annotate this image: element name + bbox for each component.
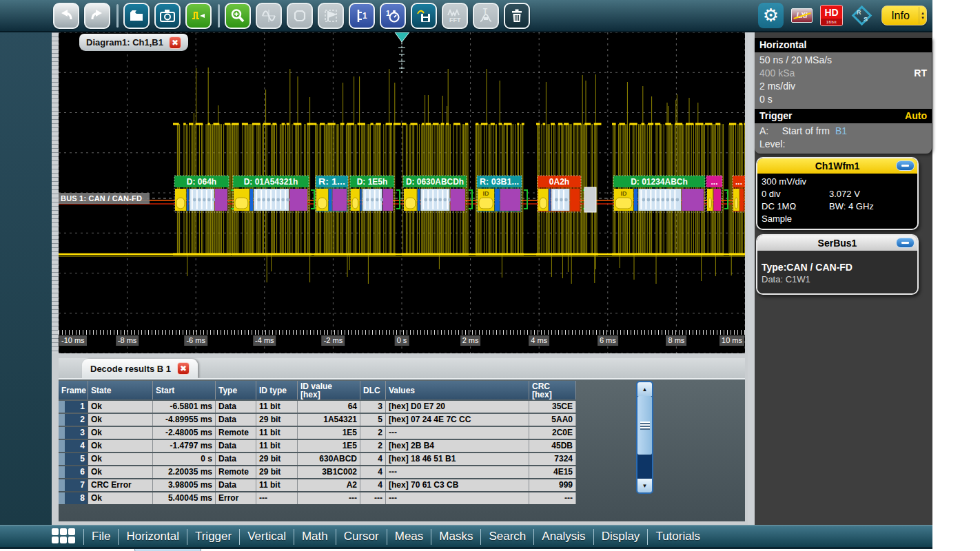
mask-icon [292,8,308,24]
menu-item-meas[interactable]: Meas [387,526,431,547]
serial-bus-box[interactable]: SerBus1 Type:CAN / CAN-FD Data: C1W1 [756,234,919,295]
table-cell: 1A54321 [298,414,360,426]
table-cell: 45DB [529,440,576,452]
diagram-tab-close-icon[interactable]: ✖ [169,37,181,49]
scrollbar-thumb[interactable] [637,396,652,455]
delete-button[interactable] [504,3,530,29]
table-cell: Data [216,414,256,426]
zoom-button[interactable] [225,3,251,29]
ch1-scale: 300 mV/div [762,176,806,188]
trigger-mode-badge: Auto [905,109,927,123]
apps-grid-icon[interactable] [52,528,77,545]
settings-button[interactable]: ⚙ [758,3,784,28]
channel1-signal-box[interactable]: Ch1Wfm1 300 mV/div 0 div3.072 V DC 1MΩBW… [756,157,919,230]
svg-text:0A2h: 0A2h [549,177,569,187]
undo-icon [58,8,74,24]
undo-button[interactable] [53,3,79,29]
menu-item-cursor[interactable]: Cursor [336,526,387,547]
table-cell: Remote [216,466,256,478]
table-cell: --- [386,492,529,504]
menu-item-display[interactable]: Display [594,526,648,547]
waveform-diagram[interactable]: D: 064hD: 01A54321hR: 1...D: 1E5hD: 0630… [59,32,745,353]
table-row[interactable]: 4Ok-1.4797 msData11 bit1E52[hex] 2B B445… [59,440,576,452]
vertical-ruler [52,32,59,353]
diagram-tab[interactable]: Diagram1: Ch1,B1 ✖ [79,34,188,51]
redo-button[interactable] [84,3,110,29]
ch1-bandwidth: BW: 4 GHz [829,200,874,213]
quick-meas-button[interactable]: 1 [380,3,406,29]
table-cell: 35CE [529,401,576,413]
hd-badge: HD 16bit [820,5,843,26]
column-header: DLC [360,381,386,399]
table-cell: 11 bit [256,401,298,413]
mask-test-button[interactable] [287,3,313,29]
screenshot-button[interactable] [154,3,181,29]
table-cell: Data [216,440,256,452]
results-body: FrameStateStartTypeID typeID value [hex]… [59,378,745,521]
svg-text:ID: ID [483,190,490,197]
menu-item-math[interactable]: Math [294,526,336,547]
sine-wave-icon [261,8,277,24]
results-tab-close-icon[interactable]: ✖ [177,362,190,375]
menu-item-file[interactable]: File [84,526,118,547]
table-cell: 3B1C002 [298,466,360,478]
scroll-down-icon[interactable]: ▼ [637,479,652,492]
fft-button[interactable]: FFT [442,3,468,29]
cursor-button[interactable]: 1 [349,3,375,29]
menu-item-tutorials[interactable]: Tutorials [648,526,708,547]
horizontal-body: 50 ns / 20 MSa/s 400 kSaRT 2 ms/div 0 s [755,52,932,109]
table-row[interactable]: 7CRC Error3.98005 msData11 bitA24[hex] 7… [59,479,576,491]
table-row[interactable]: 1Ok-6.5801 msData11 bit643[hex] D0 E7 20… [59,401,576,413]
info-button[interactable]: Info ▲▼ [881,6,927,25]
horizontal-info-box[interactable]: Horizontal 50 ns / 20 MSa/s 400 kSaRT 2 … [755,38,932,154]
table-row[interactable]: 3Ok-2.48005 msRemote11 bit1E52---2C0E [59,427,576,439]
save-recall-button[interactable] [411,3,437,29]
screen: 1 1 FFT T ⚙ LXI HD 16bit [0,0,980,551]
open-file-button[interactable] [123,3,150,29]
reference-button[interactable] [318,3,344,29]
frame-number-cell: 1 [59,401,88,413]
histogram-button[interactable]: T [473,3,499,29]
table-cell: 2.20035 ms [153,466,216,478]
column-header: Type [216,381,256,399]
table-row[interactable]: 2Ok-4.89955 msData29 bit1A543215[hex] 07… [59,414,576,426]
table-row[interactable]: 5Ok0 sData29 bit630ABCD4[hex] 18 46 51 B… [59,453,576,465]
column-header: Frame [59,381,88,399]
table-cell: 29 bit [256,414,298,426]
scrollbar-track[interactable] [637,455,652,479]
menu-item-trigger[interactable]: Trigger [187,526,239,547]
record-length-value: 400 kSa [759,67,795,80]
column-header: Values [386,381,529,399]
spectrum-button[interactable] [256,3,282,29]
table-cell: 4 [360,453,386,465]
trigger-level-label: Level: [759,138,785,151]
timebase-value: 2 ms/div [759,80,795,93]
serbus-body: Type:CAN / CAN-FD Data: C1W1 [757,251,917,293]
scroll-up-icon[interactable]: ▲ [637,382,652,396]
menu-item-analysis[interactable]: Analysis [534,526,593,547]
table-row[interactable]: 8Ok5.40045 msError--------------- [59,492,576,504]
table-row[interactable]: 6Ok2.20035 msRemote29 bit3B1C0024---4E15 [59,466,576,478]
frame-number-cell: 3 [59,427,88,439]
menu-item-horizontal[interactable]: Horizontal [119,526,187,547]
frame-number-cell: 5 [59,453,88,465]
decode-results-tab[interactable]: Decode results B 1 ✖ [82,359,198,378]
svg-text:D: 064h: D: 064h [187,177,216,187]
table-cell: [hex] 70 61 C3 CB [386,479,529,491]
menu-item-vertical[interactable]: Vertical [240,526,294,547]
autoset-button[interactable] [185,3,212,29]
cursor-one-icon: 1 [354,8,370,24]
table-cell: 1E5 [298,440,360,452]
info-spinner-arrows[interactable]: ▲▼ [919,7,926,24]
table-cell: Data [216,453,256,465]
menu-item-masks[interactable]: Masks [431,526,480,547]
table-cell: [hex] 18 46 51 B1 [386,453,529,465]
minimize-icon[interactable] [896,160,915,171]
table-cell: 64 [298,401,360,413]
results-scrollbar[interactable]: ▲ ▼ [636,381,653,494]
floppy-save-icon [416,8,432,24]
menu-item-search[interactable]: Search [481,526,533,547]
minimize-icon[interactable] [896,238,915,248]
histogram-icon: T [478,8,494,24]
channel1-body: 300 mV/div 0 div3.072 V DC 1MΩBW: 4 GHz … [757,174,917,229]
